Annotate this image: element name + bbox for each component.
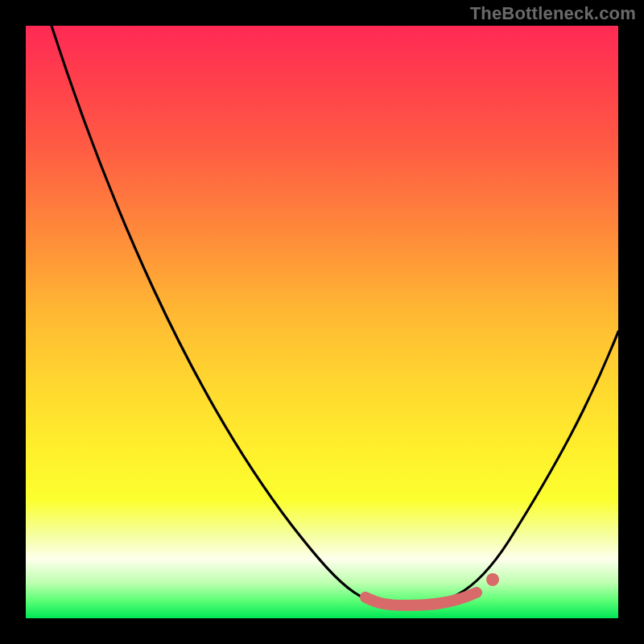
plot-area [26,26,618,618]
marker-dot [486,573,499,586]
optimal-marker [365,592,477,605]
bottleneck-curve [26,26,618,618]
curve-path [52,26,618,605]
watermark-text: TheBottleneck.com [470,3,636,24]
chart-container: TheBottleneck.com [0,0,644,644]
